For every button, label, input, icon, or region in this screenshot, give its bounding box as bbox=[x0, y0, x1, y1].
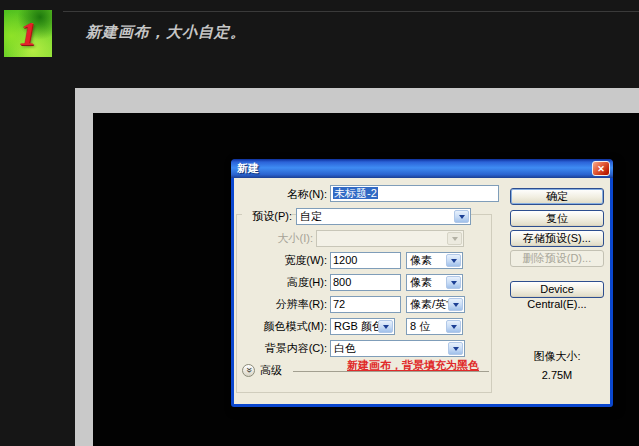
width-unit-value: 像素 bbox=[410, 254, 432, 266]
header-divider bbox=[63, 11, 639, 12]
height-label: 高度(H): bbox=[234, 274, 327, 291]
image-size-label: 图像大小: bbox=[510, 349, 604, 364]
double-chevron-icon: » bbox=[244, 367, 254, 373]
dialog-title: 新建 bbox=[237, 161, 259, 176]
background-contents-select[interactable]: 白色 bbox=[330, 340, 465, 357]
close-button[interactable]: ✕ bbox=[592, 161, 610, 176]
ok-button[interactable]: 确定 bbox=[510, 188, 604, 205]
step-instruction: 新建画布，大小自定。 bbox=[86, 23, 246, 42]
resolution-unit-select[interactable]: 像素/英寸 bbox=[406, 296, 465, 313]
chevron-down-icon bbox=[446, 276, 461, 289]
color-mode-select[interactable]: RGB 颜色 bbox=[330, 318, 395, 335]
color-mode-value: RGB 颜色 bbox=[334, 320, 383, 332]
chevron-down-icon bbox=[446, 320, 461, 333]
dialog-titlebar[interactable]: 新建 ✕ bbox=[231, 159, 613, 178]
advanced-toggle-button[interactable]: » bbox=[242, 364, 255, 377]
chevron-down-icon bbox=[448, 298, 463, 311]
preset-value: 自定 bbox=[300, 210, 322, 222]
advanced-divider bbox=[293, 371, 489, 372]
chevron-down-icon bbox=[447, 232, 462, 245]
chevron-down-icon bbox=[448, 342, 463, 355]
close-icon: ✕ bbox=[597, 164, 605, 174]
bit-depth-select[interactable]: 8 位 bbox=[406, 318, 463, 335]
height-input[interactable]: 800 bbox=[330, 274, 401, 291]
name-input[interactable]: 未标题-2 bbox=[330, 185, 499, 202]
advanced-label: 高级 bbox=[260, 364, 282, 377]
step-badge: 1 bbox=[4, 10, 52, 57]
reset-button[interactable]: 复位 bbox=[510, 210, 604, 227]
width-input[interactable]: 1200 bbox=[330, 252, 401, 269]
step-number: 1 bbox=[20, 15, 37, 53]
save-preset-button[interactable]: 存储预设(S)... bbox=[510, 230, 604, 247]
bit-depth-value: 8 位 bbox=[410, 320, 430, 332]
name-label: 名称(N): bbox=[234, 186, 327, 203]
chevron-down-icon bbox=[378, 320, 393, 333]
delete-preset-button: 删除预设(D)... bbox=[510, 250, 604, 267]
chevron-down-icon bbox=[454, 210, 469, 223]
width-label: 宽度(W): bbox=[234, 252, 327, 269]
size-select bbox=[316, 230, 464, 247]
dialog-body: 名称(N): 未标题-2 预设(P): 自定 大小(I): 宽度(W): 120… bbox=[234, 178, 610, 404]
resolution-input[interactable]: 72 bbox=[330, 296, 401, 313]
device-central-button[interactable]: Device Central(E)... bbox=[510, 281, 604, 298]
color-mode-label: 颜色模式(M): bbox=[234, 318, 327, 335]
height-unit-select[interactable]: 像素 bbox=[406, 274, 463, 291]
size-label: 大小(I): bbox=[242, 230, 313, 247]
preset-label: 预设(P): bbox=[242, 208, 292, 225]
background-contents-label: 背景内容(C): bbox=[234, 340, 327, 357]
height-unit-value: 像素 bbox=[410, 276, 432, 288]
image-size-panel: 图像大小: 2.75M bbox=[510, 349, 604, 381]
resolution-label: 分辨率(R): bbox=[234, 296, 327, 313]
new-document-dialog: 新建 ✕ 名称(N): 未标题-2 预设(P): 自定 大小(I): 宽度(W)… bbox=[231, 159, 613, 407]
chevron-down-icon bbox=[446, 254, 461, 267]
width-unit-select[interactable]: 像素 bbox=[406, 252, 463, 269]
background-contents-value: 白色 bbox=[334, 342, 356, 354]
preset-select[interactable]: 自定 bbox=[296, 208, 471, 225]
image-size-value: 2.75M bbox=[510, 369, 604, 381]
name-input-selected-text: 未标题-2 bbox=[333, 187, 378, 199]
